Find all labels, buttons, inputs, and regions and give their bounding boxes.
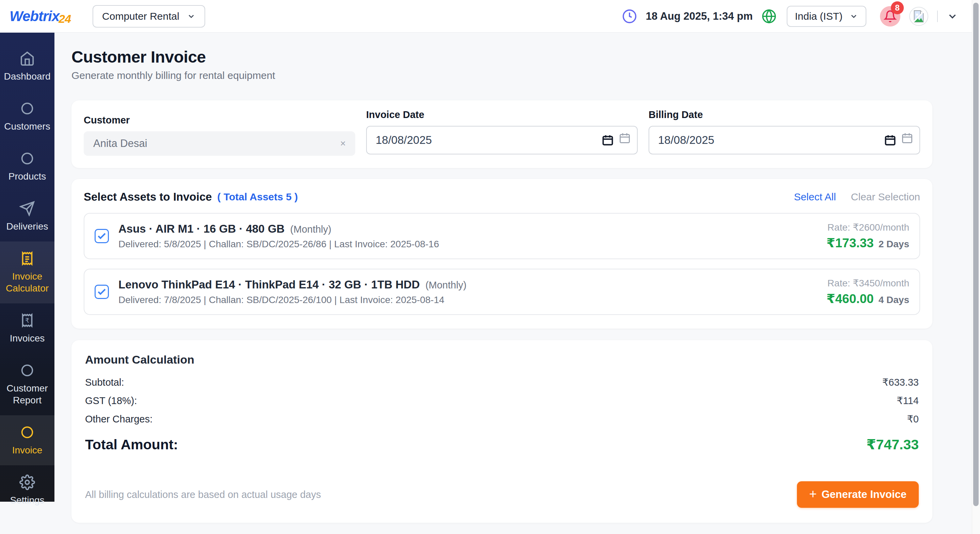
sidebar-item-customer-report[interactable]: Customer Report: [0, 353, 54, 415]
main-content: Customer Invoice Generate monthly billin…: [54, 33, 956, 534]
calendar-icon[interactable]: [619, 132, 631, 144]
clock-icon: [622, 9, 637, 24]
billing-date-input[interactable]: 18/08/2025: [649, 126, 920, 154]
invoice-date-input[interactable]: 18/08/2025: [366, 126, 638, 154]
sidebar: Dashboard Customers Products Deliveries …: [0, 33, 54, 502]
send-icon: [19, 201, 35, 216]
app-logo[interactable]: Webtrix24: [10, 8, 72, 24]
calc-value: ₹114: [897, 395, 919, 407]
globe-icon: [762, 9, 776, 24]
circle-icon: [19, 101, 35, 116]
svg-text:₹: ₹: [25, 317, 29, 324]
asset-info: Lenovo ThinkPad E14 · ThinkPad E14 · 32 …: [118, 278, 466, 305]
asset-rate: Rate: ₹2600/month: [827, 222, 909, 233]
logo-brand: Webtrix: [10, 8, 59, 24]
asset-checkbox[interactable]: [95, 229, 109, 243]
clear-customer-icon[interactable]: ×: [340, 138, 346, 149]
broken-image-icon: [912, 10, 926, 23]
billing-date-field: Billing Date 18/08/2025: [649, 109, 920, 156]
avatar[interactable]: [909, 7, 928, 26]
topbar-divider: [937, 11, 938, 22]
sidebar-item-invoices[interactable]: ₹ Invoices: [0, 304, 54, 353]
datetime-text: 18 Aug 2025, 1:34 pm: [646, 10, 753, 22]
sidebar-item-deliveries[interactable]: Deliveries: [0, 191, 54, 242]
circle-icon: [19, 151, 35, 166]
scrollbar-thumb[interactable]: [973, 3, 978, 506]
calc-label: Subtotal:: [85, 377, 124, 388]
generate-invoice-button[interactable]: + Generate Invoice: [797, 481, 919, 508]
home-icon: [19, 51, 35, 66]
generate-invoice-label: Generate Invoice: [821, 488, 907, 501]
invoice-date-value: 18/08/2025: [375, 134, 432, 146]
gear-icon: [19, 475, 35, 490]
calendar-icon[interactable]: [601, 134, 614, 146]
calendar-icon[interactable]: [884, 134, 896, 146]
circle-icon: [19, 362, 35, 378]
customer-value: Anita Desai: [93, 137, 147, 149]
sidebar-item-invoice-calculator[interactable]: Invoice Calculator: [0, 242, 54, 304]
calc-total-row: Total Amount: ₹747.33: [85, 436, 919, 453]
assets-actions: Select All Clear Selection: [794, 191, 920, 203]
sidebar-item-invoice[interactable]: Invoice: [0, 415, 54, 465]
customer-field: Customer Anita Desai ×: [84, 109, 355, 156]
calc-label: Other Charges:: [85, 413, 153, 425]
asset-row[interactable]: Lenovo ThinkPad E14 · ThinkPad E14 · 32 …: [84, 269, 920, 315]
sidebar-item-customers[interactable]: Customers: [0, 92, 54, 141]
asset-rate: Rate: ₹3450/month: [827, 278, 909, 289]
topbar: Webtrix24 Computer Rental 18 Aug 2025, 1…: [0, 0, 980, 33]
sidebar-item-label: Products: [8, 170, 46, 182]
billing-date-value: 18/08/2025: [658, 134, 714, 146]
sidebar-item-label: Deliveries: [6, 220, 48, 232]
page-title: Customer Invoice: [72, 48, 932, 66]
asset-row[interactable]: Asus · AIR M1 · 16 GB · 480 GB (Monthly)…: [84, 213, 920, 259]
total-amount-label: Total Amount:: [85, 437, 178, 453]
workspace-select-value: Computer Rental: [102, 11, 179, 22]
sidebar-item-products[interactable]: Products: [0, 141, 54, 191]
sidebar-item-label: Customers: [4, 121, 50, 132]
amount-calculation-card: Amount Calculation Subtotal: ₹633.33 GST…: [72, 340, 932, 523]
billing-note: All billing calculations are based on ac…: [85, 489, 321, 500]
scrollbar[interactable]: [972, 0, 980, 534]
check-icon: [97, 287, 107, 297]
sidebar-item-label: Dashboard: [4, 70, 51, 82]
customer-label: Customer: [84, 114, 355, 126]
calc-value: ₹633.33: [882, 377, 919, 388]
select-all-link[interactable]: Select All: [794, 191, 836, 203]
sidebar-item-label: Invoice Calculator: [2, 270, 52, 294]
chevron-down-icon: [187, 12, 196, 21]
invoice-date-field: Invoice Date 18/08/2025: [366, 109, 638, 156]
logo-suffix: 24: [59, 12, 71, 25]
asset-meta: Delivered: 7/8/2025 | Challan: SB/DC/202…: [118, 294, 466, 305]
asset-pricing: Rate: ₹3450/month ₹460.00 4 Days: [827, 278, 909, 306]
assets-total-badge: ( Total Assets 5 ): [218, 191, 298, 203]
assets-title: Select Assets to Invoice: [84, 191, 212, 203]
asset-days: 4 Days: [878, 294, 909, 305]
calc-row-subtotal: Subtotal: ₹633.33: [85, 377, 919, 388]
profile-chevron-icon[interactable]: [947, 11, 958, 22]
plus-icon: +: [809, 487, 817, 500]
calendar-icon[interactable]: [901, 132, 913, 144]
customer-input[interactable]: Anita Desai ×: [84, 131, 355, 156]
total-amount-value: ₹747.33: [866, 436, 919, 453]
calc-footer: All billing calculations are based on ac…: [85, 481, 919, 508]
sidebar-item-settings[interactable]: Settings: [0, 465, 54, 515]
calc-label: GST (18%):: [85, 395, 137, 407]
workspace-select[interactable]: Computer Rental: [92, 5, 205, 27]
check-icon: [97, 231, 107, 241]
asset-name: Asus · AIR M1 · 16 GB · 480 GB: [118, 222, 285, 235]
clear-selection-link[interactable]: Clear Selection: [851, 191, 920, 203]
billing-date-label: Billing Date: [649, 109, 920, 121]
calc-row-other-charges: Other Charges: ₹0: [85, 413, 919, 425]
assets-header: Select Assets to Invoice ( Total Assets …: [84, 191, 920, 203]
asset-pricing: Rate: ₹2600/month ₹173.33 2 Days: [827, 222, 909, 250]
timezone-select[interactable]: India (IST): [787, 6, 866, 27]
asset-amount: ₹173.33: [827, 236, 874, 250]
asset-checkbox[interactable]: [95, 285, 109, 299]
receipt-rupee-icon: ₹: [19, 313, 35, 328]
notification-badge: 8: [891, 2, 904, 14]
calc-row-gst: GST (18%): ₹114: [85, 395, 919, 407]
sidebar-item-dashboard[interactable]: Dashboard: [0, 41, 54, 92]
asset-days: 2 Days: [878, 239, 909, 250]
asset-amount: ₹460.00: [827, 291, 874, 306]
notifications-button[interactable]: 8: [880, 6, 900, 27]
